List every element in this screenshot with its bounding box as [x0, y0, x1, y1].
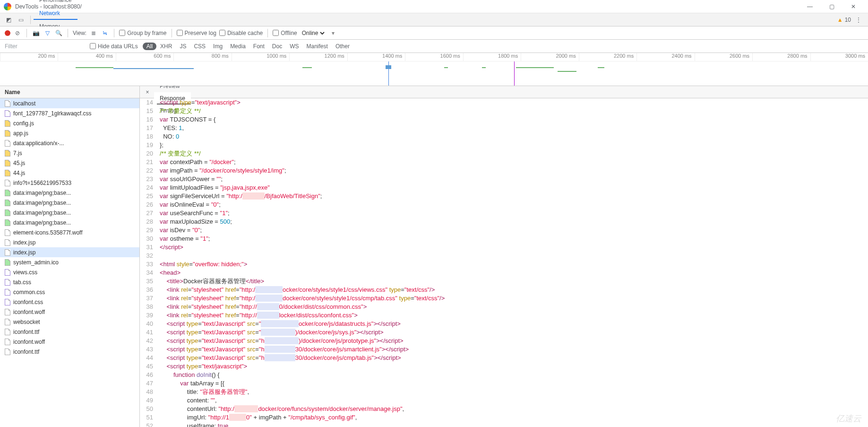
request-row[interactable]: websocket: [0, 317, 139, 327]
source-line[interactable]: var maxUploadSize = 500;: [157, 218, 232, 226]
minimize-button[interactable]: —: [799, 0, 821, 13]
large-rows-icon[interactable]: ≣: [89, 29, 98, 37]
settings-menu-icon[interactable]: ⋮: [853, 14, 864, 26]
filter-type-media[interactable]: Media: [226, 43, 249, 50]
filter-type-js[interactable]: JS: [176, 43, 190, 50]
disable-cache-checkbox[interactable]: Disable cache: [219, 30, 263, 36]
source-line[interactable]: contentUrl: "http:/..............docker/…: [157, 405, 404, 413]
request-row[interactable]: info?t=1566219957533: [0, 178, 139, 188]
filter-type-other[interactable]: Other: [332, 43, 353, 50]
throttling-select[interactable]: Online: [300, 29, 326, 37]
request-row[interactable]: element-icons.535877f.woff: [0, 227, 139, 237]
tab-performance[interactable]: Performance: [34, 0, 77, 7]
filter-type-font[interactable]: Font: [249, 43, 268, 50]
request-row[interactable]: app.js: [0, 128, 139, 138]
source-line[interactable]: var contextPath = "/docker";: [157, 158, 236, 166]
source-line[interactable]: var limitUploadFiles = "jsp,java,jspx,ex…: [157, 183, 270, 192]
source-line[interactable]: title: "容器服务器管理",: [157, 388, 249, 396]
source-line[interactable]: /** 变量定义 **/: [157, 149, 201, 158]
filter-type-xhr[interactable]: XHR: [156, 43, 176, 50]
filter-type-ws[interactable]: WS: [286, 43, 302, 50]
request-row[interactable]: iconfont.css: [0, 297, 139, 307]
source-line[interactable]: <script type="text/Javascript" src="....…: [157, 320, 401, 328]
timeline-overview[interactable]: 200 ms400 ms600 ms800 ms1000 ms1200 ms14…: [0, 53, 868, 86]
source-line[interactable]: YES: 1,: [157, 124, 184, 132]
request-row[interactable]: config.js: [0, 118, 139, 128]
search-icon[interactable]: 🔍: [54, 29, 63, 37]
source-line[interactable]: var TDJSCONST = {: [157, 115, 215, 124]
request-row[interactable]: font_1297787_1glrkawaqcf.css: [0, 108, 139, 118]
source-line[interactable]: <script type="text/javascript">: [157, 362, 247, 371]
source-line[interactable]: function doInit() {: [157, 371, 220, 379]
source-line[interactable]: };: [157, 141, 163, 149]
record-button[interactable]: [5, 30, 10, 36]
offline-checkbox[interactable]: Offline: [273, 30, 297, 36]
preserve-log-checkbox[interactable]: Preserve log: [177, 30, 216, 36]
request-row[interactable]: iconfont.woff: [0, 307, 139, 317]
request-row[interactable]: data:image/png;base...: [0, 198, 139, 208]
maximize-button[interactable]: ▢: [821, 0, 842, 13]
request-row[interactable]: localhost: [0, 98, 139, 108]
column-header-name[interactable]: Name: [0, 86, 139, 98]
request-row[interactable]: views.css: [0, 267, 139, 277]
source-line[interactable]: var tabArray = [{: [157, 379, 224, 388]
filter-type-css[interactable]: CSS: [190, 43, 209, 50]
hide-data-urls-checkbox[interactable]: Hide data URLs: [90, 43, 138, 50]
request-row[interactable]: data:application/x-...: [0, 138, 139, 148]
request-row[interactable]: iconfont.ttf: [0, 347, 139, 357]
filter-type-img[interactable]: Img: [209, 43, 226, 50]
request-row[interactable]: 44.js: [0, 168, 139, 178]
filter-type-doc[interactable]: Doc: [268, 43, 286, 50]
throttling-dropdown-icon[interactable]: ▾: [332, 30, 335, 36]
source-line[interactable]: <script type="text/Javascript" src="....…: [157, 328, 384, 337]
clear-button[interactable]: ⊘: [13, 29, 22, 37]
request-row[interactable]: tab.css: [0, 277, 139, 287]
source-line[interactable]: </script>: [157, 243, 183, 252]
source-line[interactable]: imgUrl: "http://1..........0" + imgPath …: [157, 413, 357, 422]
group-by-frame-checkbox[interactable]: Group by frame: [119, 30, 166, 36]
source-line[interactable]: <link rel="stylesheet" href="http:/.....…: [157, 294, 445, 303]
source-line[interactable]: <link rel="stylesheet" href="http://....…: [157, 311, 358, 320]
source-line[interactable]: <script type="text/Javascript" src="h...…: [157, 345, 409, 354]
request-row[interactable]: 45.js: [0, 158, 139, 168]
source-line[interactable]: <html style="overflow: hidden;">: [157, 260, 247, 269]
source-line[interactable]: var useSearchFunc = "1";: [157, 209, 230, 218]
source-line[interactable]: <link rel="stylesheet" href="http://....…: [157, 303, 367, 311]
filter-toggle-icon[interactable]: ▽: [43, 29, 52, 37]
source-line[interactable]: NO: 0: [157, 132, 179, 141]
close-window-button[interactable]: ✕: [842, 0, 864, 13]
close-detail-button[interactable]: ×: [143, 89, 152, 96]
screenshot-icon[interactable]: 📷: [32, 29, 40, 37]
filter-input[interactable]: [5, 43, 85, 50]
request-row[interactable]: iconfont.woff: [0, 337, 139, 347]
request-row[interactable]: system_admin.ico: [0, 257, 139, 267]
filter-type-manifest[interactable]: Manifest: [303, 43, 332, 50]
source-line[interactable]: <link rel="stylesheet" href="http:/.....…: [157, 286, 435, 294]
warnings-badge[interactable]: ▲ 10: [837, 17, 851, 23]
request-row[interactable]: data:image/png;base...: [0, 218, 139, 227]
inspect-element-icon[interactable]: ◩: [3, 14, 14, 26]
request-row[interactable]: index.jsp: [0, 247, 139, 257]
waterfall-icon[interactable]: ≒: [101, 29, 109, 37]
request-row[interactable]: common.css: [0, 287, 139, 297]
request-row[interactable]: index.jsp: [0, 237, 139, 247]
source-line[interactable]: <head>: [157, 269, 180, 277]
source-line[interactable]: var imgPath = "/docker/core/styles/style…: [157, 166, 286, 175]
source-line[interactable]: var ostheme = "1";: [157, 235, 210, 243]
source-line[interactable]: <script type="text/javascript">: [157, 98, 241, 107]
device-toggle-icon[interactable]: ▭: [15, 14, 26, 26]
request-row[interactable]: 7.js: [0, 148, 139, 158]
source-line[interactable]: <script type="text/Javascript" src="h...…: [157, 354, 401, 362]
source-line[interactable]: /** 常量定义 **/: [157, 107, 201, 115]
source-line[interactable]: content: "",: [157, 396, 217, 405]
source-line[interactable]: useIframe: true: [157, 422, 228, 427]
filter-type-all[interactable]: All: [143, 43, 156, 50]
source-line[interactable]: <script type="text/Javascript" src="h...…: [157, 337, 404, 345]
response-source[interactable]: 14<script type="text/javascript">15/** 常…: [140, 98, 868, 427]
source-line[interactable]: var signFileServiceUrl = "http:/........…: [157, 192, 322, 200]
source-line[interactable]: [157, 252, 160, 260]
source-line[interactable]: var ssoUrlGPower = "";: [157, 175, 223, 183]
source-line[interactable]: var isDev = "0";: [157, 226, 202, 235]
source-line[interactable]: <title>Docker容器服务器管理</title>: [157, 277, 264, 286]
tab-network[interactable]: Network: [34, 7, 77, 20]
